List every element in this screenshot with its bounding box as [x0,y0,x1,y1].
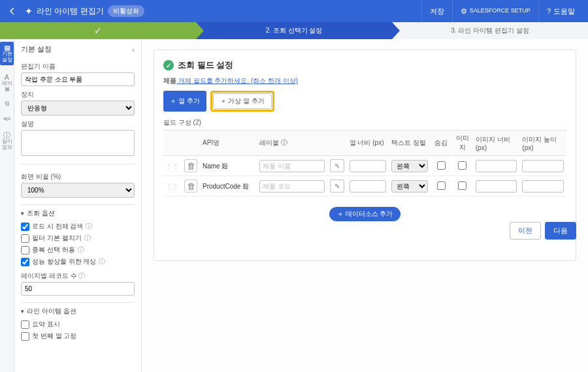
search-options-header[interactable]: ▾조회 옵션 [21,209,135,218]
screen-ratio-label: 화면 비율 (%) [21,172,135,181]
col-width-input[interactable] [350,160,387,172]
lock-icon: ⛓ [242,183,249,190]
cb-full-search[interactable] [21,223,29,231]
text-align-select[interactable]: 왼쪽 [391,180,428,193]
rail-basic-settings[interactable]: ▦기본 설정 [0,42,14,65]
label-input[interactable] [259,160,325,172]
drag-handle[interactable]: ⋮⋮ [163,156,182,176]
success-icon: ✓ [163,60,174,70]
chevron-down-icon: ▾ [21,308,24,315]
table-header-row: API명 레이블 ⓘ 열 너비 (px) 텍스트 정렬 숨김 이미지 이미지 너… [163,131,566,156]
cb-filter-expand[interactable] [21,234,29,243]
rail-api[interactable]: api [3,115,10,123]
line-item-options-header[interactable]: ▾라인 아이템 옵션 [21,307,135,316]
sidebar-collapse-button[interactable]: ‹ [132,46,135,54]
check-icon: ✓ [94,25,102,36]
info-icon: ⓘ [86,222,92,231]
table-row: ⋮⋮ 🗑 ProductCode ⛓ ✎ 왼쪽 [163,176,566,196]
edit-label-button[interactable]: ✎ [330,159,344,172]
text-align-select[interactable]: 왼쪽 [391,160,428,172]
col-width-input[interactable] [350,180,387,193]
drag-handle[interactable]: ⋮⋮ [163,176,182,196]
page-title: 라인 아이템 편집기 [37,6,104,17]
editor-name-input[interactable] [21,72,135,86]
status-badge: 비활성화 [108,5,144,17]
save-button[interactable]: 저장 [421,0,452,22]
info-icon: ⓘ [84,234,91,243]
add-datasource-button[interactable]: ＋ 데이터소스 추가 [329,207,401,221]
panel-title: 조회 필드 설정 [178,59,233,71]
api-name: Name [203,163,220,170]
add-virtual-column-highlight: ＋ 가상 열 추가 [210,91,274,112]
page-records-input[interactable] [21,282,135,296]
salesforce-setup-button[interactable]: ⚙ SALESFORCE SETUP [452,0,538,22]
lock-icon: ⛓ [221,163,228,170]
delete-row-button[interactable]: 🗑 [184,179,197,193]
next-button[interactable]: 다음 [545,222,576,240]
table-row: ⋮⋮ 🗑 Name ⛓ ✎ 왼쪽 [163,156,566,176]
wizard-step-2[interactable]: 2. 조회 선택기 설정 [196,22,392,39]
device-label: 장치 [21,90,135,99]
chevron-down-icon: ▾ [21,210,24,217]
cb-first-col[interactable] [21,332,29,341]
hide-checkbox[interactable] [437,161,446,170]
info-icon: ⓘ [78,245,84,255]
help-button[interactable]: ? 도움말 [538,0,583,22]
back-button[interactable] [5,4,20,18]
edit-label-button[interactable]: ✎ [330,179,344,193]
description-textarea[interactable] [21,130,135,156]
gear-icon: ⚙ [461,7,467,16]
add-virtual-column-button[interactable]: ＋ 가상 열 추가 [213,93,272,109]
device-select[interactable]: 반응형 [21,101,135,116]
label-input[interactable] [259,180,325,193]
sidebar-header: 기본 설정 [21,44,52,54]
wizard-step-1[interactable]: ✓ [0,22,196,39]
rail-labels[interactable]: A레이블 [0,72,14,94]
cb-perf-cache[interactable] [21,258,29,266]
image-checkbox[interactable] [458,181,466,190]
delete-row-button[interactable]: 🗑 [184,159,197,172]
cb-summary[interactable] [21,320,29,329]
info-icon: ⓘ [99,257,105,266]
rail-info[interactable]: ⓘ일이 정보 [0,130,14,152]
prev-button[interactable]: 이전 [510,222,541,240]
rail-tabs[interactable]: 탭 [5,100,10,108]
image-height-input[interactable] [522,180,564,193]
page-records-label: 페이지별 레코드 수 ⓘ [21,271,135,281]
help-icon: ? [547,7,551,15]
api-name: ProductCode [203,183,240,190]
image-width-input[interactable] [476,160,517,172]
description-label: 설명 [21,119,135,129]
field-config-label: 필드 구성 (2) [163,118,566,127]
image-checkbox[interactable] [458,161,466,170]
panel-subtitle: 제품 개체 필드를 추가하세요. (최소 한개 이상) [163,76,566,85]
hide-checkbox[interactable] [437,181,446,190]
wand-icon: ✦ [25,6,33,16]
wizard-step-3[interactable]: 3. 라인 아이템 편집기 설정 [392,22,588,39]
editor-name-label: 편집기 이름 [21,62,135,71]
cb-dup-allow[interactable] [21,246,29,255]
image-height-input[interactable] [522,160,564,172]
image-width-input[interactable] [476,180,517,193]
add-column-button[interactable]: ＋ 열 추가 [163,91,206,112]
info-icon: ⓘ [281,139,287,146]
info-icon: ⓘ [78,272,85,279]
screen-ratio-select[interactable]: 100% [21,183,135,198]
